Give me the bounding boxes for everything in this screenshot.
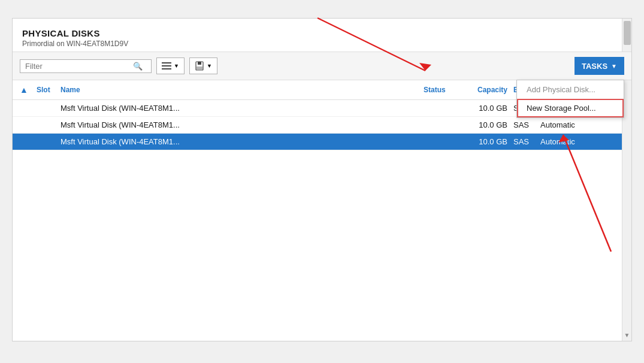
col-header-status: Status xyxy=(424,86,465,94)
list-view-button[interactable]: ▼ xyxy=(156,58,185,74)
list-chevron-icon: ▼ xyxy=(174,63,179,69)
row3-capacity: 10.0 GB xyxy=(465,137,513,146)
col-header-name: Name xyxy=(61,86,424,94)
panel-subtitle: Primordial on WIN-4EAT8M1D9V xyxy=(22,40,622,48)
row3-usage: Automatic xyxy=(540,137,594,146)
svg-rect-0 xyxy=(162,62,171,63)
panel-title: PHYSICAL DISKS xyxy=(22,28,622,38)
row3-name: Msft Virtual Disk (WIN-4EAT8M1... xyxy=(61,137,424,146)
tasks-dropdown: Add Physical Disk... New Storage Pool... xyxy=(516,80,624,118)
tasks-label: TASKS xyxy=(582,62,607,71)
add-physical-disk-item[interactable]: Add Physical Disk... xyxy=(517,80,624,99)
toolbar: 🔍 ▼ ▼ TASKS ▼ Add Physical Disk... xyxy=(13,52,631,80)
row1-capacity: 10.0 GB xyxy=(465,104,513,113)
panel-header: PHYSICAL DISKS Primordial on WIN-4EAT8M1… xyxy=(13,19,631,52)
search-icon: 🔍 xyxy=(133,62,143,71)
table-row[interactable]: Msft Virtual Disk (WIN-4EAT8M1... 10.0 G… xyxy=(13,117,631,134)
row3-bus: SAS xyxy=(513,137,540,146)
save-button[interactable]: ▼ xyxy=(189,58,217,74)
new-storage-pool-item[interactable]: New Storage Pool... xyxy=(517,99,624,117)
row2-name: Msft Virtual Disk (WIN-4EAT8M1... xyxy=(61,120,424,129)
table-row[interactable]: Msft Virtual Disk (WIN-4EAT8M1... 10.0 G… xyxy=(13,134,631,150)
row2-usage: Automatic xyxy=(540,120,594,129)
save-icon xyxy=(195,61,204,71)
row2-bus: SAS xyxy=(513,120,540,129)
svg-rect-5 xyxy=(196,66,202,69)
list-icon xyxy=(162,61,171,71)
row2-capacity: 10.0 GB xyxy=(465,120,513,129)
scrollbar-down-icon[interactable]: ▼ xyxy=(624,332,630,338)
svg-rect-1 xyxy=(162,65,171,66)
row1-name: Msft Virtual Disk (WIN-4EAT8M1... xyxy=(61,104,424,113)
scrollbar-thumb[interactable] xyxy=(624,21,631,45)
svg-rect-2 xyxy=(162,68,171,69)
col-header-capacity: Capacity xyxy=(465,86,513,94)
filter-input-wrap[interactable]: 🔍 xyxy=(20,59,152,73)
filter-input[interactable] xyxy=(25,62,133,71)
col-header-slot: Slot xyxy=(37,86,61,94)
tasks-chevron-icon: ▼ xyxy=(611,63,617,69)
physical-disks-panel: ▼ PHYSICAL DISKS Primordial on WIN-4EAT8… xyxy=(12,18,632,341)
tasks-button[interactable]: TASKS ▼ xyxy=(575,57,624,75)
col-header-warn: ▲ xyxy=(20,85,37,95)
save-chevron-icon: ▼ xyxy=(207,63,212,69)
svg-rect-4 xyxy=(198,62,201,65)
